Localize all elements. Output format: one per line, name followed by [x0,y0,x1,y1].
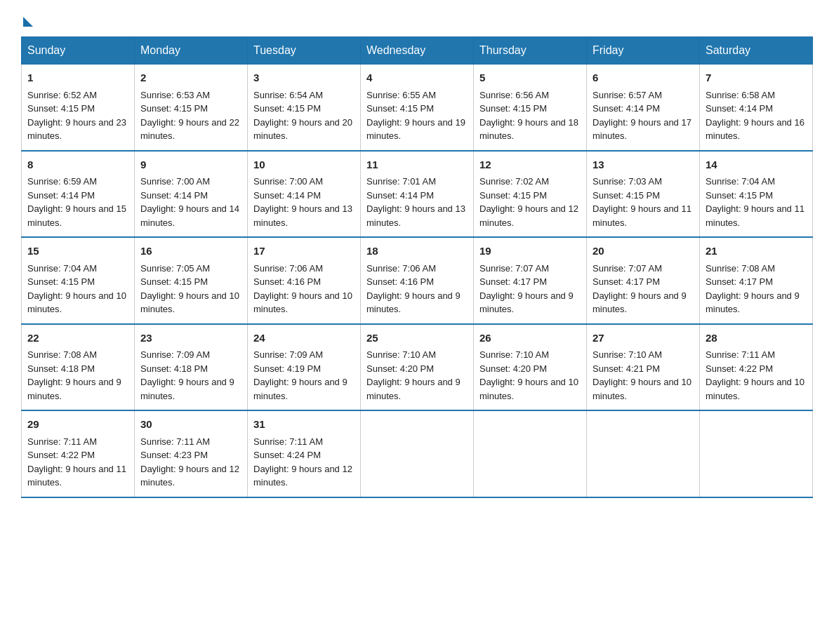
calendar-cell: 4Sunrise: 6:55 AMSunset: 4:15 PMDaylight… [361,65,474,151]
calendar-cell: 22Sunrise: 7:08 AMSunset: 4:18 PMDayligh… [22,324,135,411]
day-number: 23 [140,330,241,347]
calendar-cell: 1Sunrise: 6:52 AMSunset: 4:15 PMDaylight… [22,65,135,151]
daylight-label: Daylight: 9 hours and 10 minutes. [253,290,352,315]
daylight-label: Daylight: 9 hours and 9 minutes. [593,290,687,315]
day-number: 25 [366,330,468,347]
day-number: 8 [27,157,128,173]
sunset-label: Sunset: 4:17 PM [479,276,547,287]
sunset-label: Sunset: 4:14 PM [140,190,208,201]
daylight-label: Daylight: 9 hours and 9 minutes. [253,377,348,401]
daylight-label: Daylight: 9 hours and 18 minutes. [479,117,578,142]
sunset-label: Sunset: 4:22 PM [706,363,773,374]
sunset-label: Sunset: 4:16 PM [253,276,321,287]
calendar-cell: 26Sunrise: 7:10 AMSunset: 4:20 PMDayligh… [474,324,587,411]
calendar-cell: 28Sunrise: 7:11 AMSunset: 4:22 PMDayligh… [700,324,813,411]
col-header-friday: Friday [587,37,700,65]
daylight-label: Daylight: 9 hours and 10 minutes. [479,377,578,401]
daylight-label: Daylight: 9 hours and 9 minutes. [27,377,121,401]
daylight-label: Daylight: 9 hours and 9 minutes. [140,377,234,401]
calendar-cell: 7Sunrise: 6:58 AMSunset: 4:14 PMDaylight… [700,65,813,151]
day-number: 18 [366,243,468,260]
sunset-label: Sunset: 4:22 PM [27,450,95,460]
daylight-label: Daylight: 9 hours and 10 minutes. [140,290,239,315]
sunset-label: Sunset: 4:14 PM [366,190,434,201]
daylight-label: Daylight: 9 hours and 23 minutes. [27,117,126,142]
day-number: 14 [706,157,807,173]
day-number: 21 [706,243,807,260]
day-number: 26 [479,330,581,347]
daylight-label: Daylight: 9 hours and 20 minutes. [253,117,352,142]
calendar-cell: 17Sunrise: 7:06 AMSunset: 4:16 PMDayligh… [248,237,361,324]
sunrise-label: Sunrise: 6:58 AM [706,90,775,100]
calendar-cell: 20Sunrise: 7:07 AMSunset: 4:17 PMDayligh… [587,237,700,324]
day-number: 13 [593,157,694,173]
daylight-label: Daylight: 9 hours and 22 minutes. [140,117,239,142]
sunrise-label: Sunrise: 7:09 AM [140,349,210,360]
daylight-label: Daylight: 9 hours and 9 minutes. [366,290,461,315]
calendar-cell: 6Sunrise: 6:57 AMSunset: 4:14 PMDaylight… [587,65,700,151]
sunset-label: Sunset: 4:15 PM [366,103,434,114]
sunset-label: Sunset: 4:14 PM [593,103,660,114]
day-number: 9 [140,157,241,173]
calendar-header-row: SundayMondayTuesdayWednesdayThursdayFrid… [22,37,813,65]
day-number: 2 [140,70,241,86]
sunrise-label: Sunrise: 7:05 AM [140,263,210,274]
calendar-cell: 29Sunrise: 7:11 AMSunset: 4:22 PMDayligh… [22,410,135,497]
daylight-label: Daylight: 9 hours and 16 minutes. [706,117,805,142]
day-number: 17 [253,243,355,260]
sunrise-label: Sunrise: 6:53 AM [140,90,210,100]
day-number: 5 [479,70,581,86]
day-number: 31 [253,417,355,433]
sunset-label: Sunset: 4:15 PM [140,103,208,114]
day-number: 11 [366,157,468,173]
sunset-label: Sunset: 4:14 PM [27,190,95,201]
daylight-label: Daylight: 9 hours and 13 minutes. [366,203,465,228]
calendar-cell: 19Sunrise: 7:07 AMSunset: 4:17 PMDayligh… [474,237,587,324]
sunrise-label: Sunrise: 7:00 AM [140,176,210,187]
col-header-wednesday: Wednesday [361,37,474,65]
calendar-cell: 14Sunrise: 7:04 AMSunset: 4:15 PMDayligh… [700,151,813,238]
calendar-cell [587,410,700,497]
sunset-label: Sunset: 4:20 PM [479,363,547,374]
sunrise-label: Sunrise: 7:04 AM [27,263,97,274]
sunrise-label: Sunrise: 6:52 AM [27,90,97,100]
sunset-label: Sunset: 4:15 PM [706,190,773,201]
sunrise-label: Sunrise: 7:11 AM [706,349,775,360]
daylight-label: Daylight: 9 hours and 14 minutes. [140,203,239,228]
day-number: 4 [366,70,468,86]
sunrise-label: Sunrise: 7:10 AM [593,349,662,360]
daylight-label: Daylight: 9 hours and 11 minutes. [593,203,691,228]
sunset-label: Sunset: 4:24 PM [253,450,321,460]
week-row-1: 1Sunrise: 6:52 AMSunset: 4:15 PMDaylight… [22,65,813,151]
day-number: 3 [253,70,355,86]
calendar-cell: 15Sunrise: 7:04 AMSunset: 4:15 PMDayligh… [22,237,135,324]
calendar-cell: 10Sunrise: 7:00 AMSunset: 4:14 PMDayligh… [248,151,361,238]
daylight-label: Daylight: 9 hours and 11 minutes. [706,203,805,228]
day-number: 1 [27,70,128,86]
sunset-label: Sunset: 4:23 PM [140,450,208,460]
daylight-label: Daylight: 9 hours and 12 minutes. [253,464,352,488]
week-row-5: 29Sunrise: 7:11 AMSunset: 4:22 PMDayligh… [22,410,813,497]
calendar-cell: 8Sunrise: 6:59 AMSunset: 4:14 PMDaylight… [22,151,135,238]
calendar-cell: 30Sunrise: 7:11 AMSunset: 4:23 PMDayligh… [135,410,248,497]
daylight-label: Daylight: 9 hours and 9 minutes. [706,290,800,315]
sunset-label: Sunset: 4:16 PM [366,276,434,287]
logo [21,14,33,24]
sunrise-label: Sunrise: 6:59 AM [27,176,97,187]
daylight-label: Daylight: 9 hours and 10 minutes. [27,290,126,315]
day-number: 27 [593,330,694,347]
daylight-label: Daylight: 9 hours and 13 minutes. [253,203,352,228]
sunrise-label: Sunrise: 7:02 AM [479,176,549,187]
sunrise-label: Sunrise: 7:11 AM [140,436,210,447]
sunset-label: Sunset: 4:19 PM [253,363,321,374]
sunrise-label: Sunrise: 6:56 AM [479,90,549,100]
day-number: 22 [27,330,128,347]
page-header [21,14,813,24]
daylight-label: Daylight: 9 hours and 12 minutes. [140,464,239,488]
col-header-saturday: Saturday [700,37,813,65]
sunset-label: Sunset: 4:15 PM [479,190,547,201]
daylight-label: Daylight: 9 hours and 9 minutes. [366,377,461,401]
sunrise-label: Sunrise: 6:57 AM [593,90,662,100]
calendar-cell: 2Sunrise: 6:53 AMSunset: 4:15 PMDaylight… [135,65,248,151]
sunset-label: Sunset: 4:18 PM [140,363,208,374]
